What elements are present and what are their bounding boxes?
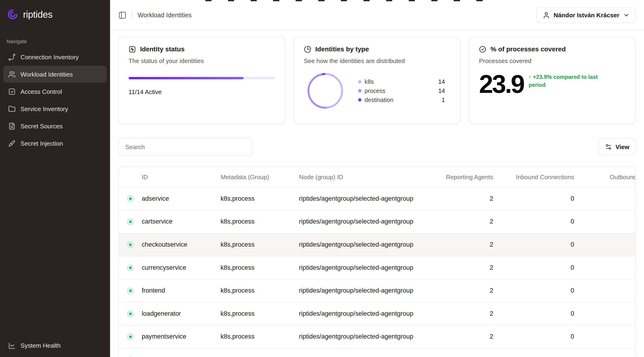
cell-metadata: k8s,process bbox=[220, 210, 299, 233]
cell-inbound: 0 bbox=[494, 325, 574, 348]
legend-item-destination: destination1 bbox=[358, 97, 445, 103]
cell-node: riptides/agentgroup/selected-agentgroup bbox=[299, 279, 442, 302]
legend-dot-icon bbox=[358, 98, 361, 102]
cell-metadata: k8s,process bbox=[220, 233, 299, 256]
connection-icon bbox=[8, 53, 16, 61]
cell-id: frontend bbox=[142, 279, 220, 302]
sidebar-item-system-health[interactable]: System Health bbox=[3, 337, 107, 354]
users-icon bbox=[8, 71, 16, 78]
identities-table-card: ID Metadata (Group) Node (group) ID Repo… bbox=[118, 166, 636, 357]
legend-dot-icon bbox=[358, 89, 361, 92]
table-header-row: ID Metadata (Group) Node (group) ID Repo… bbox=[119, 167, 636, 187]
table-row[interactable]: adservice k8s,process riptides/agentgrou… bbox=[119, 187, 636, 210]
cell-metadata: k8s,process bbox=[220, 256, 299, 279]
sidebar-item-secret-injection[interactable]: Secret Injection bbox=[3, 135, 107, 152]
status-live-icon bbox=[127, 287, 133, 293]
table-row[interactable]: frontend k8s,process riptides/agentgroup… bbox=[119, 279, 636, 302]
column-node: Node (group) ID bbox=[299, 167, 442, 187]
identity-status-card: Identity status The status of your ident… bbox=[118, 37, 285, 124]
table-row[interactable]: checkoutservice k8s,process riptides/age… bbox=[119, 233, 636, 256]
table-row[interactable]: paymentservice k8s,process riptides/agen… bbox=[119, 325, 636, 348]
cell-id: python bbox=[142, 348, 220, 357]
card-subtitle: The status of your identities bbox=[128, 57, 275, 64]
identities-table: ID Metadata (Group) Node (group) ID Repo… bbox=[119, 167, 636, 357]
type-legend: k8s14process14destination1 bbox=[358, 78, 450, 103]
cell-outbound bbox=[574, 279, 636, 302]
cell-inbound: 0 bbox=[494, 233, 574, 256]
riptides-logo-icon bbox=[6, 8, 19, 21]
square-activity-icon bbox=[128, 46, 136, 53]
sidebar-item-secret-sources[interactable]: Secret Sources bbox=[3, 118, 107, 134]
page-header: Workload Identities Nándor István Krácse… bbox=[110, 0, 644, 30]
card-subtitle: See how the identities are distributed bbox=[304, 57, 450, 64]
panel-toggle-icon[interactable] bbox=[118, 11, 126, 19]
main-content: Workload Identities Nándor István Krácse… bbox=[110, 0, 644, 357]
sidebar-item-label: Connection Inventory bbox=[20, 54, 79, 61]
circle-check-icon bbox=[479, 46, 486, 53]
processes-covered-card: % of processes covered Processes covered… bbox=[469, 37, 636, 124]
cell-inbound: 0 bbox=[494, 302, 574, 325]
donut-chart bbox=[306, 71, 345, 111]
arrow-up-icon: ↑ bbox=[528, 74, 532, 80]
cell-agents: 2 bbox=[442, 233, 493, 256]
table-row[interactable]: python k8s,process riptides/agentgroup/s… bbox=[119, 348, 636, 357]
identity-progress-label: 11/14 Active bbox=[128, 88, 275, 95]
cell-id: loadgenerator bbox=[142, 302, 220, 325]
cell-id: currencyservice bbox=[142, 256, 220, 279]
cell-node: riptides/agentgroup/selected-agentgroup bbox=[299, 233, 442, 256]
cell-outbound bbox=[574, 325, 636, 348]
cell-inbound: 0 bbox=[494, 210, 574, 233]
chevron-down-icon bbox=[623, 12, 630, 18]
column-id: ID bbox=[142, 167, 220, 187]
sliders-icon bbox=[605, 143, 612, 150]
cell-agents: 2 bbox=[442, 256, 493, 279]
sidebar-item-label: Access Control bbox=[20, 88, 62, 95]
table-row[interactable]: currencyservice k8s,process riptides/age… bbox=[119, 256, 636, 279]
breadcrumb: Workload Identities bbox=[138, 11, 192, 19]
status-live-icon bbox=[127, 218, 133, 224]
cell-agents: 2 bbox=[442, 279, 493, 302]
column-outbound-connections: Outbound Connections bbox=[574, 167, 636, 187]
search-input[interactable] bbox=[118, 138, 252, 156]
metric-delta-text: +23.9% compared to last period bbox=[528, 74, 598, 88]
sidebar-item-label: Workload Identities bbox=[20, 71, 73, 78]
table-body: adservice k8s,process riptides/agentgrou… bbox=[119, 187, 636, 357]
status-live-icon bbox=[127, 265, 133, 271]
sidebar-item-connection-inventory[interactable]: Connection Inventory bbox=[3, 49, 107, 65]
nav-section-label: Navigate bbox=[0, 39, 110, 45]
cell-inbound: 0 bbox=[494, 256, 574, 279]
clipped-browser-ticks bbox=[206, 0, 498, 1]
user-menu-button[interactable]: Nándor István Krácser bbox=[536, 7, 636, 23]
card-title: Identity status bbox=[140, 46, 185, 53]
cell-id: adservice bbox=[142, 187, 220, 210]
sidebar-item-access-control[interactable]: Access Control bbox=[3, 83, 107, 100]
cell-agents: 2 bbox=[442, 210, 493, 233]
status-live-icon bbox=[127, 310, 133, 317]
legend-value: 1 bbox=[442, 97, 445, 103]
table-row[interactable]: loadgenerator k8s,process riptides/agent… bbox=[119, 302, 636, 325]
cell-metadata: k8s,process bbox=[220, 279, 299, 302]
cell-outbound bbox=[574, 348, 636, 357]
view-button[interactable]: View bbox=[598, 138, 636, 155]
table-row[interactable]: cartservice k8s,process riptides/agentgr… bbox=[119, 210, 636, 233]
view-button-label: View bbox=[616, 143, 630, 150]
status-live-icon bbox=[127, 241, 133, 248]
identity-progress-track bbox=[128, 77, 275, 79]
cell-agents: 2 bbox=[442, 325, 493, 348]
sidebar-item-label: Secret Sources bbox=[20, 123, 63, 130]
chart-line-icon bbox=[8, 342, 16, 349]
cell-metadata: k8s,process bbox=[220, 302, 299, 325]
cell-id: cartservice bbox=[142, 210, 220, 233]
legend-label: k8s bbox=[365, 78, 374, 85]
metric-delta: ↑ +23.9% compared to last period bbox=[528, 74, 608, 89]
identity-progress-fill bbox=[128, 77, 244, 79]
cell-inbound: 0 bbox=[494, 187, 574, 210]
sidebar-item-label: System Health bbox=[20, 342, 60, 349]
cell-metadata: k8s,process bbox=[220, 348, 299, 357]
legend-dot-icon bbox=[358, 80, 361, 83]
sidebar-item-workload-identities[interactable]: Workload Identities bbox=[3, 66, 107, 83]
cell-agents: 2 bbox=[442, 187, 493, 210]
sidebar-item-service-inventory[interactable]: Service Inventory bbox=[3, 100, 107, 117]
stat-cards: Identity status The status of your ident… bbox=[110, 30, 644, 124]
user-icon bbox=[542, 11, 550, 19]
